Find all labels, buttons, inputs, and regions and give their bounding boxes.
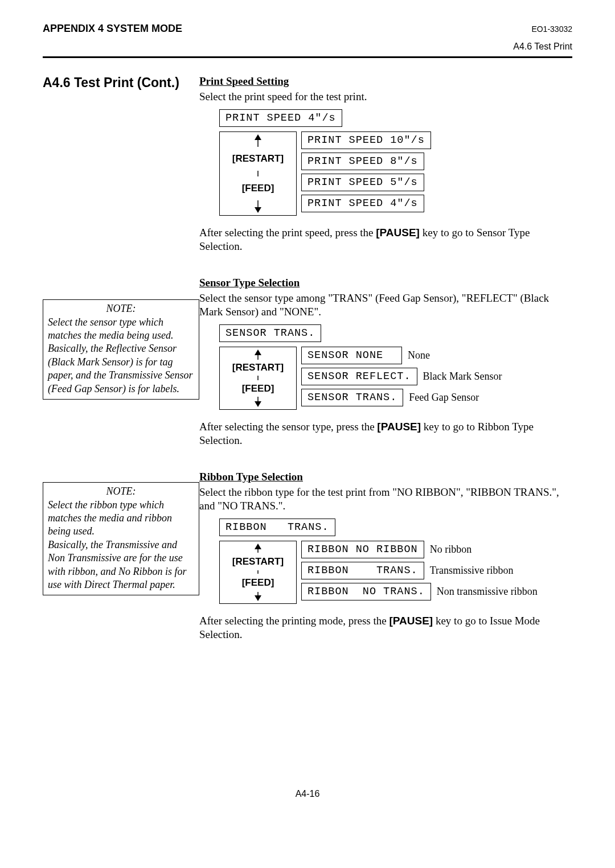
arrow-up-icon — [252, 134, 264, 147]
sensor-option-lcd: SENSOR NONE — [301, 347, 402, 364]
print-speed-current-lcd: PRINT SPEED 4"/s — [219, 109, 342, 127]
connector-line-icon — [252, 376, 264, 380]
ribbon-option-lcd: RIBBON NO TRANS. — [301, 583, 431, 600]
ribbon-option-lcd: RIBBON NO RIBBON — [301, 541, 424, 558]
restart-button-label: [RESTART] — [232, 362, 284, 373]
speed-option-lcd: PRINT SPEED 4"/s — [301, 195, 424, 212]
sensor-option-label: Feed Gap Sensor — [409, 392, 479, 404]
ribbon-option-label: Non transmissive ribbon — [437, 586, 538, 598]
sensor-note-box: NOTE: Select the sensor type which match… — [43, 299, 199, 400]
feed-button-label: [FEED] — [242, 383, 274, 394]
svg-marker-11 — [255, 544, 261, 549]
sensor-current-lcd: SENSOR TRANS. — [219, 324, 321, 342]
note-title: NOTE: — [48, 485, 194, 498]
section-title: A4.6 Test Print (Cont.) — [43, 75, 199, 90]
svg-marker-4 — [255, 207, 261, 213]
connector-line-icon — [252, 171, 264, 176]
arrow-up-icon — [252, 349, 264, 360]
ribbon-diagram: RIBBON TRANS. [RESTART] [FEED] RIBBON NO… — [219, 519, 572, 604]
ribbon-option-label: No ribbon — [430, 544, 472, 556]
print-speed-title: Print Speed Setting — [199, 75, 289, 87]
nav-box: [RESTART] [FEED] — [219, 541, 297, 604]
svg-marker-14 — [255, 595, 261, 601]
header-rule — [43, 56, 572, 58]
ribbon-current-lcd: RIBBON TRANS. — [219, 519, 335, 536]
arrow-up-icon — [252, 544, 264, 553]
sensor-option-label: Black Mark Sensor — [423, 371, 502, 382]
sensor-type-title: Sensor Type Selection — [199, 277, 300, 289]
print-speed-desc: Select the print speed for the test prin… — [199, 90, 572, 104]
feed-button-label: [FEED] — [242, 183, 274, 194]
pause-key-label: [PAUSE] — [376, 227, 420, 238]
ribbon-type-desc: Select the ribbon type for the test prin… — [199, 486, 572, 513]
sensor-note-body: Select the sensor type which matches the… — [48, 316, 194, 396]
ribbon-note-body: Select the ribbon type which matches the… — [48, 499, 194, 592]
restart-button-label: [RESTART] — [232, 556, 284, 567]
header-appendix: APPENDIX 4 SYSTEM MODE — [43, 23, 182, 35]
pause-key-label: [PAUSE] — [377, 421, 421, 433]
header-section-ref: A4.6 Test Print — [43, 42, 572, 52]
connector-line-icon — [252, 570, 264, 574]
ribbon-after: After selecting the printing mode, press… — [199, 614, 572, 641]
nav-box: [RESTART] [FEED] — [219, 347, 297, 410]
svg-marker-9 — [255, 401, 261, 407]
speed-option-lcd: PRINT SPEED 8"/s — [301, 153, 424, 170]
print-speed-diagram: PRINT SPEED 4"/s [RESTART] [FEED] PRINT … — [219, 109, 572, 216]
note-title: NOTE: — [48, 302, 194, 315]
sensor-option-label: None — [408, 349, 430, 361]
svg-marker-1 — [255, 134, 261, 140]
ribbon-option-label: Transmissive ribbon — [430, 565, 514, 577]
sensor-type-desc: Select the sensor type among "TRANS" (Fe… — [199, 291, 572, 319]
sensor-after: After selecting the sensor type, press t… — [199, 420, 572, 447]
ribbon-type-title: Ribbon Type Selection — [199, 471, 303, 483]
arrow-down-icon — [252, 592, 264, 601]
ribbon-option-lcd: RIBBON TRANS. — [301, 562, 424, 579]
page-number: A4-16 — [43, 789, 572, 799]
sensor-diagram: SENSOR TRANS. [RESTART] [FEED] SENSOR NO… — [219, 324, 572, 410]
svg-marker-6 — [255, 349, 261, 355]
header-doc-number: EO1-33032 — [531, 24, 572, 34]
speed-option-lcd: PRINT SPEED 5"/s — [301, 174, 424, 191]
speed-option-lcd: PRINT SPEED 10"/s — [301, 131, 431, 149]
arrow-down-icon — [252, 397, 264, 407]
restart-button-label: [RESTART] — [232, 153, 284, 164]
feed-button-label: [FEED] — [242, 577, 274, 589]
pause-key-label: [PAUSE] — [389, 615, 433, 627]
print-speed-after: After selecting the print speed, press t… — [199, 226, 572, 253]
sensor-option-lcd: SENSOR TRANS. — [301, 389, 403, 406]
arrow-down-icon — [252, 200, 264, 213]
sensor-option-lcd: SENSOR REFLECT. — [301, 368, 417, 385]
nav-box: [RESTART] [FEED] — [219, 131, 297, 216]
ribbon-note-box: NOTE: Select the ribbon type which match… — [43, 482, 199, 595]
